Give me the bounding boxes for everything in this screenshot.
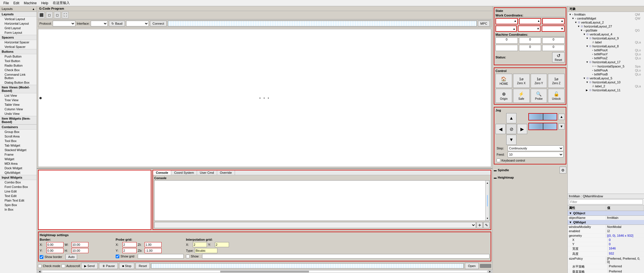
item-column-view[interactable]: Column View: [0, 107, 37, 111]
border-y-input[interactable]: [46, 248, 63, 253]
item-scroll-area[interactable]: Scroll Area: [0, 134, 37, 139]
view-3d-button[interactable]: ⬛: [38, 12, 45, 18]
item-mdi-area[interactable]: MDI Area: [0, 161, 37, 166]
item-frame[interactable]: Frame: [0, 152, 37, 157]
tab-user-cmd[interactable]: User Cmd: [197, 170, 217, 175]
border-h-input[interactable]: [71, 248, 88, 253]
item-stacked-widget[interactable]: Stacked Widget: [0, 148, 37, 152]
tree-item-txtwposb[interactable]: ▼ ▪ txtWPosB QLo: [568, 72, 643, 76]
send-button[interactable]: ▶ Send: [81, 263, 98, 269]
jog-up-button[interactable]: ▲: [506, 113, 516, 123]
work-b-spin-up[interactable]: ▲: [561, 27, 564, 30]
reset-button[interactable]: Reset: [135, 263, 150, 269]
state-reset-button[interactable]: ↺ Reset: [552, 52, 565, 62]
item-text-edit[interactable]: Text Edit: [0, 194, 37, 198]
tree-item-hl17[interactable]: ▼ ⊟ horizontalLayout_17: [568, 60, 643, 64]
menu-machine[interactable]: Machine: [22, 1, 39, 6]
tree-item-txtwposx[interactable]: ▼ ▪ txtWPosX QLo: [568, 48, 643, 52]
work-b-input[interactable]: ▲: [542, 26, 565, 32]
tree-item-hl27[interactable]: ▼ ⊟ horizontalLayout_27: [568, 24, 643, 28]
item-dock-widget[interactable]: Dock Widget: [0, 166, 37, 170]
interface-select[interactable]: [91, 21, 108, 26]
interp-type-input[interactable]: [195, 248, 217, 253]
mpc-button[interactable]: MPC: [478, 21, 490, 26]
item-vertical-spacer[interactable]: Vertical Spacer: [0, 45, 37, 49]
item-grid-layout[interactable]: Grid Layout: [0, 26, 37, 30]
work-x-input[interactable]: ▲: [495, 18, 518, 24]
spindle-toggle[interactable]: ▬ Spindle ⚙: [494, 166, 566, 174]
zeroz-button[interactable]: 1⌀ Zero Z: [548, 74, 565, 88]
zeroy-button[interactable]: 1⌀ Zero Y: [531, 74, 547, 88]
autoscroll-checkbox[interactable]: [62, 264, 65, 268]
menu-edit[interactable]: Edit: [11, 1, 22, 6]
console-input-select[interactable]: [154, 222, 476, 228]
jog-left-button[interactable]: ◀: [495, 124, 506, 134]
tree-item-hl9[interactable]: ▼ ⊟ horizontalLayout_9: [568, 36, 643, 40]
check-mode-checkbox[interactable]: [38, 264, 42, 268]
pause-button[interactable]: ⏸ Pause: [99, 263, 118, 269]
tree-item-label[interactable]: ▼ A label QLa: [568, 40, 643, 44]
protocol-select[interactable]: [53, 21, 75, 26]
stop-button[interactable]: ■ Stop: [119, 263, 134, 269]
tree-item-label2[interactable]: ▼ A label_2 QLa: [568, 84, 643, 88]
jog-down-button[interactable]: ▼: [506, 135, 516, 145]
menu-input[interactable]: 在这里输入: [50, 0, 72, 6]
tree-item-frmmain[interactable]: ▼ ▪ frmMain QM: [568, 12, 643, 16]
tab-coord-system[interactable]: Coord System: [171, 170, 197, 175]
step-select[interactable]: Continuously: [508, 145, 564, 151]
probe-x-input[interactable]: [122, 242, 137, 247]
prop-value-sizepolicy[interactable]: [Preferred, Preferred, 0, 0]: [606, 257, 644, 264]
item-tool-button[interactable]: Tool Button: [0, 59, 37, 63]
tree-item-vl4[interactable]: ▼ ⊟ verticalLayout_4: [568, 32, 643, 36]
item-horizontal-spacer[interactable]: Horizontal Spacer: [0, 40, 37, 45]
unlock-button[interactable]: 🔓 Unlock: [548, 89, 565, 103]
baud-button[interactable]: ↻Baud: [109, 21, 125, 26]
prop-value-width[interactable]: 1646: [608, 246, 644, 251]
view-front-button[interactable]: ◻: [54, 12, 61, 18]
open-button[interactable]: Open: [465, 263, 479, 269]
item-dialog-button[interactable]: Dialog Button Box: [0, 80, 37, 85]
auto-button[interactable]: Auto: [65, 254, 77, 260]
item-in-box[interactable]: In Box: [0, 207, 37, 212]
jog-z-down-button[interactable]: ▼: [558, 123, 565, 130]
main-canvas[interactable]: • • •: [38, 29, 491, 167]
item-font-combo-box[interactable]: Font Combo Box: [0, 185, 37, 189]
jog-z-up-button[interactable]: ▲: [558, 114, 565, 120]
item-radio-button[interactable]: Radio Button: [0, 63, 37, 68]
menu-help[interactable]: Help: [39, 1, 50, 6]
tree-item-txtwposy[interactable]: ▼ ▪ txtWPosY QLo: [568, 52, 643, 56]
prop-value-windowmodality[interactable]: NonModal: [606, 225, 644, 229]
item-plain-text-edit[interactable]: Plain Text Edit: [0, 198, 37, 203]
item-horizontal-layout[interactable]: Horizontal Layout: [0, 21, 37, 26]
item-command-link[interactable]: Command Link Button: [0, 72, 37, 80]
prop-value-enabled[interactable]: ☑: [606, 229, 644, 233]
interp-x-input[interactable]: [193, 242, 207, 247]
tree-item-hspacer5[interactable]: ▼ ⟷ horizontalSpacer_5 Spa: [568, 64, 643, 68]
item-widget[interactable]: Widget: [0, 157, 37, 161]
prop-value-geometry[interactable]: [(0, 0), 1646 x 932]: [606, 234, 644, 238]
item-tool-box[interactable]: Tool Box: [0, 139, 37, 143]
work-a-spin-up[interactable]: ▲: [537, 27, 539, 30]
props-filter-input[interactable]: [569, 199, 643, 204]
item-undo-view[interactable]: Undo View: [0, 111, 37, 116]
work-z-input[interactable]: ▲: [542, 18, 565, 24]
item-group-box[interactable]: Group Box: [0, 130, 37, 134]
spindle-gear-button[interactable]: ⚙: [560, 167, 566, 173]
work-y-spin-up[interactable]: ▲: [537, 19, 540, 22]
tree-item-grpstate[interactable]: ▼ ▪ grpState QG: [568, 28, 643, 32]
prop-value-x[interactable]: 0: [608, 238, 644, 242]
tree-item-vl2[interactable]: ▼ ⊟ verticalLayout_2: [568, 20, 643, 24]
item-push-button[interactable]: Push Button: [0, 54, 37, 59]
item-list-view[interactable]: List View: [0, 93, 37, 98]
prop-value-hpolicy[interactable]: Preferred: [608, 264, 644, 269]
probe-zt-input[interactable]: [145, 242, 162, 247]
tree-item-centralwidget[interactable]: ▼ ▪ centralWidget QW: [568, 16, 643, 20]
work-a-input[interactable]: ▲: [518, 26, 541, 32]
item-line-edit[interactable]: Line Edit: [0, 189, 37, 194]
work-y-input[interactable]: ▲: [519, 18, 541, 24]
item-tab-widget[interactable]: Tab Widget: [0, 143, 37, 148]
safe-button[interactable]: ⚡ Safe: [513, 89, 530, 103]
console-send-button[interactable]: ✈: [476, 222, 483, 228]
item-vertical-layout[interactable]: Vertical Layout: [0, 17, 37, 21]
jog-right-button[interactable]: ▶: [517, 124, 527, 134]
